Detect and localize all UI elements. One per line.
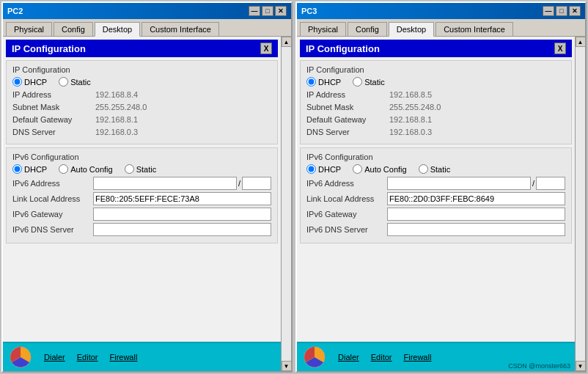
pc3-scroll-track[interactable] <box>576 47 586 361</box>
pc3-ipv6-dns-input[interactable] <box>387 223 565 236</box>
pc2-dhcp-radio-input[interactable] <box>12 77 22 87</box>
pc2-static-label: Static <box>70 78 91 87</box>
pc2-ipv6-auto-radio[interactable]: Auto Config <box>59 164 112 174</box>
pc2-ipv6-dns-label: IPv6 DNS Server <box>12 225 93 234</box>
pc2-ipv6-auto-input[interactable] <box>59 164 68 174</box>
pc2-content-area: IP Configuration X IP Configuration DHCP… <box>3 37 291 371</box>
pc3-subnet-value: 255.255.248.0 <box>387 102 565 112</box>
pc3-tab-physical[interactable]: Physical <box>300 22 346 36</box>
pc2-tab-physical[interactable]: Physical <box>6 22 52 36</box>
pc3-link-local-input[interactable] <box>387 192 565 205</box>
pc3-ipv6-dhcp-input[interactable] <box>306 164 316 174</box>
pc3-tab-desktop[interactable]: Desktop <box>389 22 434 37</box>
pc2-ipv6-dhcp-input[interactable] <box>12 164 22 174</box>
pc2-scroll-up-btn[interactable]: ▲ <box>282 37 292 47</box>
pc3-scroll-content: IP Configuration X IP Configuration DHCP… <box>297 37 575 342</box>
pc3-dhcp-label: DHCP <box>318 78 341 87</box>
pc2-ipv6-static-input[interactable] <box>125 164 134 174</box>
pc2-close-btn[interactable]: ✕ <box>275 6 287 16</box>
pc2-ipv6-dns-input[interactable] <box>93 223 271 236</box>
pc2-window-controls: — □ ✕ <box>249 6 287 16</box>
pc2-editor-btn[interactable]: Editor <box>77 353 98 362</box>
pc2-tab-custom[interactable]: Custom Interface <box>142 22 219 36</box>
pc2-static-radio-input[interactable] <box>59 77 68 87</box>
pc2-ip-config-header: IP Configuration X <box>6 40 278 57</box>
pc3-close-btn[interactable]: ✕ <box>569 6 581 16</box>
pc3-editor-btn[interactable]: Editor <box>371 353 392 362</box>
pc2-ipv6-dhcp-label: DHCP <box>24 165 47 174</box>
pc2-ipv6-gateway-input[interactable] <box>93 208 271 221</box>
pc3-firewall-btn[interactable]: Firewall <box>403 353 431 362</box>
pc3-ipv6-prefix-input[interactable] <box>536 177 565 190</box>
pc3-static-radio[interactable]: Static <box>353 77 385 87</box>
pc2-pie-icon <box>9 345 32 369</box>
pc3-ip-address-label: IP Address <box>306 90 387 99</box>
pc3-dhcp-radio[interactable]: DHCP <box>306 77 341 87</box>
pc2-static-radio[interactable]: Static <box>59 77 91 87</box>
pc3-scroll-up-btn[interactable]: ▲ <box>576 37 586 47</box>
pc2-scroll-track[interactable] <box>282 47 292 361</box>
pc3-ip-address-row: IP Address 192.168.8.5 <box>306 89 565 100</box>
pc3-dhcp-radio-input[interactable] <box>306 77 316 87</box>
pc3-tab-config[interactable]: Config <box>348 22 387 36</box>
pc2-ipv6-gateway-row: IPv6 Gateway <box>12 208 271 221</box>
pc3-ip-address-value: 192.168.8.5 <box>387 89 565 100</box>
pc2-dialer-btn[interactable]: Dialer <box>44 353 65 362</box>
pc3-ipv6-dhcp-radio[interactable]: DHCP <box>306 164 341 174</box>
pc3-ipv6-addr-row: IPv6 Address / <box>306 177 565 190</box>
pc2-gateway-value: 192.168.8.1 <box>93 114 271 125</box>
pc2-subnet-value: 255.255.248.0 <box>93 102 271 112</box>
pc2-ip-section: IP Configuration DHCP Static IP Address <box>6 60 278 144</box>
pc2-ipv6-static-radio[interactable]: Static <box>125 164 157 174</box>
pc3-ipv6-dns-label: IPv6 DNS Server <box>306 225 387 234</box>
pc2-scrollbar[interactable]: ▲ ▼ <box>281 37 291 371</box>
pc2-tab-config[interactable]: Config <box>54 22 93 36</box>
pc3-window-controls: — □ ✕ <box>543 6 581 16</box>
watermark: CSDN @monster663 <box>508 362 570 370</box>
pc2-link-local-row: Link Local Address <box>12 192 271 205</box>
pc3-ip-config-title: IP Configuration <box>306 43 380 54</box>
pc3-ipv6-static-input[interactable] <box>419 164 428 174</box>
pc3-static-radio-input[interactable] <box>353 77 362 87</box>
pc2-ip-mode-row: DHCP Static <box>12 77 271 87</box>
pc2-dhcp-radio[interactable]: DHCP <box>12 77 47 87</box>
pc3-minimize-btn[interactable]: — <box>543 6 554 16</box>
pc2-ipv6-addr-label: IPv6 Address <box>12 179 93 188</box>
pc2-maximize-btn[interactable]: □ <box>262 6 273 16</box>
pc2-ip-address-row: IP Address 192.168.8.4 <box>12 89 271 100</box>
pc3-ipv6-addr-input[interactable] <box>387 177 531 190</box>
pc3-title-bar: PC3 — □ ✕ <box>297 3 585 19</box>
pc3-ipv6-auto-radio[interactable]: Auto Config <box>353 164 406 174</box>
pc3-ipv6-auto-input[interactable] <box>353 164 362 174</box>
pc3-ip-section-title: IP Configuration <box>306 65 565 74</box>
pc2-ip-config-close[interactable]: X <box>260 43 272 54</box>
pc2-ipv6-addr-input[interactable] <box>93 177 237 190</box>
pc3-dns-row: DNS Server 192.168.0.3 <box>306 127 565 137</box>
pc2-ipv6-auto-label: Auto Config <box>70 165 112 174</box>
pc3-ipv6-addr-label: IPv6 Address <box>306 179 387 188</box>
pc3-scroll-down-btn[interactable]: ▼ <box>576 361 586 371</box>
pc3-dialer-btn[interactable]: Dialer <box>338 353 359 362</box>
pc3-bottom-toolbar: Dialer Editor Firewall CSDN @monster663 <box>297 342 575 371</box>
pc2-firewall-btn[interactable]: Firewall <box>109 353 137 362</box>
pc2-scroll-down-btn[interactable]: ▼ <box>282 361 292 371</box>
pc2-link-local-input[interactable] <box>93 192 271 205</box>
pc2-title: PC2 <box>7 7 23 15</box>
pc2-ipv6-slash: / <box>238 179 240 188</box>
pc2-minimize-btn[interactable]: — <box>249 6 260 16</box>
pc3-subnet-row: Subnet Mask 255.255.248.0 <box>306 102 565 112</box>
pc3-ipv6-gateway-input[interactable] <box>387 208 565 221</box>
pc3-ipv6-gateway-label: IPv6 Gateway <box>306 210 387 219</box>
pc3-dns-label: DNS Server <box>306 128 387 136</box>
pc3-ip-config-close[interactable]: X <box>554 43 566 54</box>
pc2-tab-desktop[interactable]: Desktop <box>95 22 140 37</box>
pc3-ipv6-static-radio[interactable]: Static <box>419 164 451 174</box>
pc2-ipv6-static-label: Static <box>136 165 157 174</box>
pc3-tab-custom[interactable]: Custom Interface <box>436 22 513 36</box>
pc2-ipv6-dhcp-radio[interactable]: DHCP <box>12 164 47 174</box>
pc2-ipv6-prefix-input[interactable] <box>242 177 271 190</box>
pc3-gateway-row: Default Gateway 192.168.8.1 <box>306 114 565 125</box>
pc3-scrollbar[interactable]: ▲ ▼ <box>575 37 585 371</box>
pc3-maximize-btn[interactable]: □ <box>556 6 567 16</box>
pc3-ipv6-static-label: Static <box>430 165 451 174</box>
